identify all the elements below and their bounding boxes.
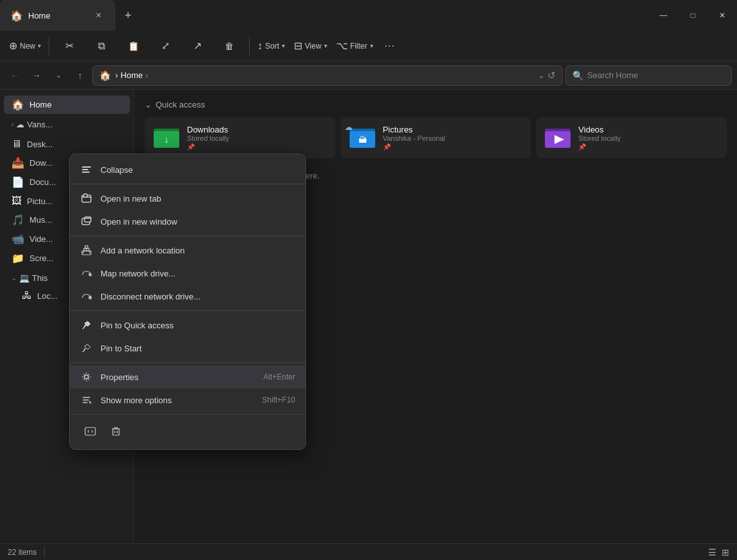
cm-bottom-actions <box>70 417 305 445</box>
restore-button[interactable]: □ <box>678 0 708 31</box>
delete-icon: 🗑 <box>225 41 234 51</box>
cm-properties-icon <box>80 371 93 383</box>
forward-button[interactable]: → <box>27 66 46 85</box>
address-path: › Home › <box>115 70 148 80</box>
svg-rect-11 <box>82 172 90 173</box>
back-button[interactable]: ← <box>5 66 24 85</box>
tab-area: 🏠 Home ✕ + <box>0 0 649 31</box>
up-button[interactable]: ↑ <box>70 66 90 85</box>
status-grid-view-icon[interactable]: ⊞ <box>722 547 729 557</box>
cm-pin-start-icon <box>80 342 93 355</box>
status-right-controls: ☰ ⊞ <box>708 547 729 557</box>
add-tab-button[interactable]: + <box>118 5 138 26</box>
sidebar-videos-label: Vide... <box>29 234 53 244</box>
paste-button[interactable]: 📋 <box>117 33 149 59</box>
rename-button[interactable]: ⤢ <box>149 33 181 59</box>
new-arrow-icon: ▾ <box>38 42 41 49</box>
svg-rect-18 <box>85 246 88 248</box>
svg-text:↓: ↓ <box>165 134 169 145</box>
dropdown-button[interactable]: ⌄ <box>49 66 68 85</box>
pictures-folder-sub: Vanshika - Personal <box>383 134 446 142</box>
more-button[interactable]: ··· <box>378 33 401 59</box>
toolbar: ⊕ New ▾ ✂ ⧉ 📋 ⤢ ↗ 🗑 ↕ Sort ▾ ⊟ View ▾ <box>0 31 737 61</box>
downloads-icon: 📥 <box>12 157 24 169</box>
cm-action-rename[interactable] <box>80 421 101 442</box>
pictures-icon: 🖼 <box>12 195 22 207</box>
quick-access-label: Quick access <box>156 100 205 109</box>
delete-button[interactable]: 🗑 <box>213 33 245 59</box>
new-label: New <box>20 42 35 51</box>
cm-item-add-network[interactable]: Add a network location <box>70 239 305 262</box>
cm-item-collapse[interactable]: Collapse <box>70 158 305 181</box>
sort-button[interactable]: ↕ Sort ▾ <box>254 33 289 59</box>
minimize-button[interactable]: — <box>649 0 678 31</box>
new-icon: ⊕ <box>9 40 17 52</box>
folder-card-videos[interactable]: Videos Stored locally 📌 <box>536 117 727 158</box>
local-icon: 🖧 <box>22 290 32 301</box>
sidebar-downloads-label: Dow... <box>29 158 53 168</box>
vansika-expand-icon: › <box>12 121 13 128</box>
cm-item-pin-quick-access[interactable]: Pin to Quick access <box>70 314 305 337</box>
svg-rect-10 <box>82 169 88 170</box>
filter-icon: ⌥ <box>336 40 348 52</box>
sidebar-local-label: Loc... <box>37 291 58 301</box>
sidebar-item-home[interactable]: 🏠 Home <box>4 95 130 114</box>
filter-button[interactable]: ⌥ Filter ▾ <box>332 33 377 59</box>
tab-title: Home <box>28 11 51 20</box>
quick-access-header[interactable]: ⌄ Quick access <box>145 100 727 109</box>
downloads-folder-name: Downloads <box>187 125 229 134</box>
view-icon: ⊟ <box>294 40 302 52</box>
view-button[interactable]: ⊟ View ▾ <box>290 33 331 59</box>
sort-arrow-icon: ▾ <box>282 42 285 49</box>
address-home-label: › <box>115 70 118 80</box>
cm-item-pin-start[interactable]: Pin to Start <box>70 337 305 360</box>
cm-item-disconnect-drive[interactable]: Disconnect network drive... <box>70 285 305 308</box>
svg-rect-15 <box>85 217 91 222</box>
share-button[interactable]: ↗ <box>181 33 213 59</box>
cm-properties-shortcut: Alt+Enter <box>263 372 295 381</box>
sort-label: Sort <box>265 42 279 51</box>
status-list-view-icon[interactable]: ☰ <box>708 547 717 557</box>
active-tab[interactable]: 🏠 Home ✕ <box>0 0 115 31</box>
tab-close-button[interactable]: ✕ <box>92 9 105 22</box>
cm-item-properties[interactable]: Properties Alt+Enter <box>70 365 305 388</box>
svg-rect-9 <box>82 166 91 168</box>
cm-map-drive-icon <box>80 267 93 280</box>
cm-action-delete[interactable] <box>106 421 126 442</box>
status-separator <box>44 548 45 557</box>
address-refresh-icon[interactable]: ↺ <box>547 70 556 81</box>
cut-button[interactable]: ✂ <box>53 33 85 59</box>
tab-home-icon: 🏠 <box>10 10 23 22</box>
folder-card-pictures[interactable]: 🏔 ☁ Pictures Vanshika - Personal 📌 <box>341 117 531 158</box>
cm-item-show-more[interactable]: Show more options Shift+F10 <box>70 388 305 412</box>
address-dropdown-icon[interactable]: ⌄ <box>538 70 545 80</box>
downloads-folder-sub: Stored locally <box>187 134 229 142</box>
videos-folder-info: Videos Stored locally 📌 <box>578 125 620 150</box>
svg-point-21 <box>85 375 88 379</box>
cm-show-more-shortcut: Shift+F10 <box>262 396 295 404</box>
cm-disconnect-drive-icon <box>80 290 93 303</box>
desktop-icon: 🖥 <box>12 138 22 150</box>
cm-collapse-icon <box>80 163 93 176</box>
copy-button[interactable]: ⧉ <box>85 33 117 59</box>
cm-separator-1 <box>70 184 305 184</box>
edit-group: ✂ ⧉ 📋 ⤢ ↗ 🗑 <box>53 33 245 59</box>
folder-card-downloads[interactable]: ↓ Downloads Stored locally 📌 <box>145 117 336 158</box>
cm-show-more-label: Show more options <box>101 396 254 405</box>
sidebar-item-vansika[interactable]: › ☁ Vans... <box>4 116 130 132</box>
cm-item-map-drive[interactable]: Map network drive... <box>70 262 305 285</box>
cm-item-open-new-window[interactable]: Open in new window <box>70 210 305 233</box>
search-box[interactable]: 🔍 Search Home <box>565 65 732 86</box>
cm-separator-5 <box>70 414 305 415</box>
toolbar-separator-2 <box>249 37 250 55</box>
thispc-icon: 💻 <box>19 273 29 283</box>
close-button[interactable]: ✕ <box>708 0 737 31</box>
rename-icon: ⤢ <box>161 40 170 52</box>
sidebar-item-desktop[interactable]: 🖥 Desk... <box>4 135 130 153</box>
new-button[interactable]: ⊕ New ▾ <box>5 33 45 59</box>
cm-item-open-new-tab[interactable]: Open in new tab <box>70 187 305 210</box>
address-right-controls: ⌄ ↺ <box>538 70 556 81</box>
address-input[interactable]: 🏠 › Home › ⌄ ↺ <box>92 65 563 86</box>
address-segment-home: Home <box>120 70 143 80</box>
downloads-folder-icon: ↓ <box>152 124 181 152</box>
